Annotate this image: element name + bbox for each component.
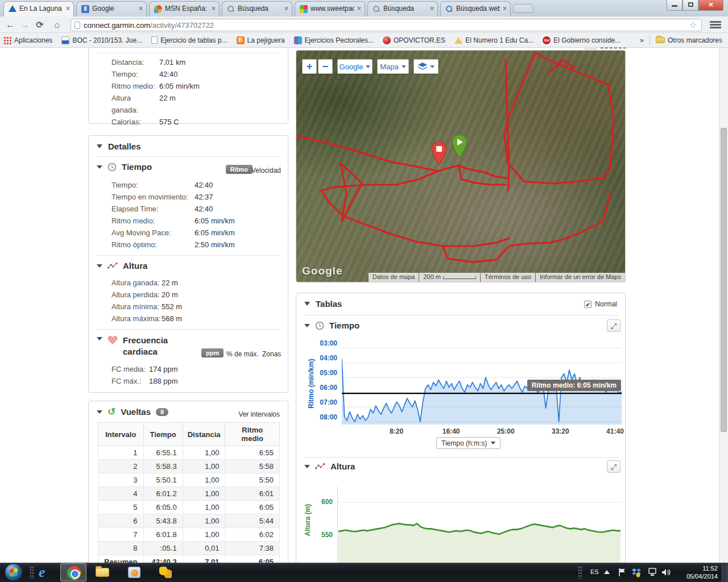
laps-count-badge: 8: [156, 408, 168, 416]
collapse-triangle-icon[interactable]: [97, 337, 102, 340]
avg-pace-tooltip: Ritmo medio: 6:05 min/km: [527, 380, 621, 391]
chrome-taskbar-button[interactable]: [60, 563, 86, 581]
map-layers-dropdown[interactable]: [413, 59, 439, 74]
msn-butterfly-icon: [154, 5, 162, 13]
elevation-scatter-icon: [315, 463, 325, 471]
search-icon: [373, 5, 380, 13]
browser-tab[interactable]: www.sweetpacks-se×: [295, 1, 365, 16]
maximize-button[interactable]: [682, 0, 698, 11]
collapse-triangle-icon[interactable]: [97, 264, 102, 268]
other-bookmarks-label: Otros marcadores: [668, 36, 722, 44]
explorer-button[interactable]: [94, 564, 111, 580]
start-button[interactable]: [5, 563, 23, 581]
map-zoom-out-button[interactable]: −: [318, 59, 333, 74]
map-terms-link[interactable]: Términos de uso: [481, 273, 535, 282]
browser-tab[interactable]: Búsqueda×: [367, 1, 438, 16]
tab-close-icon[interactable]: ×: [430, 5, 434, 13]
browser-tab[interactable]: Búsqueda web×: [440, 1, 511, 16]
expand-chart-button[interactable]: ⤢: [607, 319, 621, 332]
volume-tray-icon[interactable]: [661, 568, 672, 577]
internet-explorer-icon: e: [39, 564, 46, 580]
home-button[interactable]: ⌂: [50, 18, 64, 31]
internet-explorer-button[interactable]: e: [39, 564, 56, 580]
laps-row: 25:58.31,005:58: [98, 460, 280, 473]
tab-close-icon[interactable]: ×: [212, 5, 216, 13]
scrollbar-thumb[interactable]: [721, 128, 727, 432]
collapse-triangle-icon[interactable]: [97, 144, 102, 148]
forward-button[interactable]: →: [18, 18, 32, 31]
laps-cell: 6:55: [225, 446, 280, 460]
network-tray-icon[interactable]: [647, 568, 657, 577]
pace-x-tick: 25:00: [497, 427, 515, 435]
tab-close-icon[interactable]: ×: [139, 5, 143, 13]
browser-tab[interactable]: Google×: [76, 1, 147, 16]
bookmark-item[interactable]: Aplicaciones: [3, 36, 52, 44]
collapse-triangle-icon[interactable]: [97, 165, 102, 169]
bookmark-item[interactable]: Ejercicios Pectorales...: [294, 36, 374, 44]
bookmark-item[interactable]: El Gobierno conside...: [543, 36, 621, 44]
browser-tab[interactable]: En La Laguna de Jes×: [3, 1, 74, 16]
x-axis-unit-dropdown[interactable]: Tiempo (h:m:s): [436, 437, 500, 449]
expand-chart-button[interactable]: ⤢: [607, 460, 621, 473]
tool-button[interactable]: [158, 564, 175, 580]
browser-tab[interactable]: Búsqueda×: [222, 1, 292, 16]
laps-summary-row: Resumen42:40.37,016:05: [98, 555, 280, 563]
collapse-triangle-icon[interactable]: [304, 302, 310, 306]
stat-row: Distancia:7,01 km: [89, 56, 288, 68]
stat-row: Elapsed Time:42:40: [89, 203, 288, 215]
tab-title: Google: [92, 5, 136, 13]
tab-close-icon[interactable]: ×: [503, 5, 507, 13]
normal-checkbox[interactable]: ✔: [584, 301, 592, 308]
scale-bar: [443, 276, 476, 279]
close-button[interactable]: ✕: [698, 0, 723, 11]
other-bookmarks-button[interactable]: Otros marcadores: [656, 36, 722, 44]
show-desktop-button[interactable]: [722, 563, 728, 582]
bookmark-star-icon[interactable]: ☆: [689, 20, 697, 30]
new-tab-button[interactable]: [513, 4, 533, 13]
pace-y-tick: 06:00: [311, 384, 337, 392]
laps-cell: 5:44: [225, 514, 280, 528]
stop-marker-icon[interactable]: [431, 142, 448, 165]
velocidad-toggle-button[interactable]: Velocidad: [251, 167, 281, 174]
ritmo-toggle-button[interactable]: Ritmo: [226, 165, 253, 174]
bookmarks-overflow-chevron[interactable]: »: [640, 36, 644, 44]
collapse-triangle-icon[interactable]: [304, 324, 310, 327]
start-marker-icon[interactable]: [451, 135, 468, 159]
map-report-link[interactable]: Informar de un error de Maps: [536, 273, 625, 282]
zonas-toggle-button[interactable]: Zonas: [262, 350, 281, 358]
laps-cell: 1,00: [183, 460, 225, 473]
bookmark-item[interactable]: El Numero 1 Edu Ca...: [454, 36, 533, 44]
stat-row: Tiempo:42:40: [89, 179, 288, 191]
url-bar[interactable]: connect.garmin.com/activity/473702722 ☆: [71, 19, 702, 31]
chrome-menu-icon[interactable]: [710, 20, 722, 30]
percent-max-toggle-button[interactable]: % de máx.: [226, 350, 259, 358]
ppm-toggle-button[interactable]: ppm: [201, 348, 224, 357]
tab-close-icon[interactable]: ×: [284, 5, 288, 13]
dropbox-tray-icon[interactable]: [631, 568, 642, 577]
reload-button[interactable]: ⟳: [33, 18, 47, 31]
collapse-triangle-icon[interactable]: [304, 465, 310, 468]
tab-close-icon[interactable]: ×: [66, 5, 70, 13]
bookmark-item[interactable]: OPOVICTOR.ES: [383, 36, 445, 44]
bookmark-item[interactable]: BOC - 2010/153. Jue...: [61, 36, 142, 44]
minimize-button[interactable]: [667, 0, 682, 11]
show-hidden-icons-button[interactable]: [604, 570, 610, 574]
collapse-triangle-icon[interactable]: [97, 410, 102, 414]
stat-label: Altura ganada:: [111, 92, 159, 116]
map-zoom-in-button[interactable]: +: [302, 59, 317, 74]
bookmark-item[interactable]: Ejercicio de tablas p...: [151, 36, 227, 44]
tab-close-icon[interactable]: ×: [357, 5, 361, 13]
bookmark-item[interactable]: La pejiguera: [237, 36, 285, 44]
back-button[interactable]: ←: [3, 18, 17, 31]
page-scrollbar[interactable]: [719, 48, 728, 563]
map-provider-dropdown[interactable]: Google: [337, 59, 373, 74]
layers-icon: [418, 63, 427, 70]
action-center-flag-icon[interactable]: [618, 568, 627, 577]
media-player-button[interactable]: [126, 564, 143, 580]
browser-tab[interactable]: MSN España: Hotm×: [149, 1, 220, 16]
ver-intervalos-link[interactable]: Ver intervalos: [238, 410, 280, 418]
map-type-dropdown[interactable]: Mapa: [377, 59, 409, 74]
stat-value: 42:40: [159, 68, 178, 80]
tray-clock[interactable]: 11:5205/04/2014: [675, 564, 718, 580]
language-indicator[interactable]: ES: [590, 568, 599, 575]
